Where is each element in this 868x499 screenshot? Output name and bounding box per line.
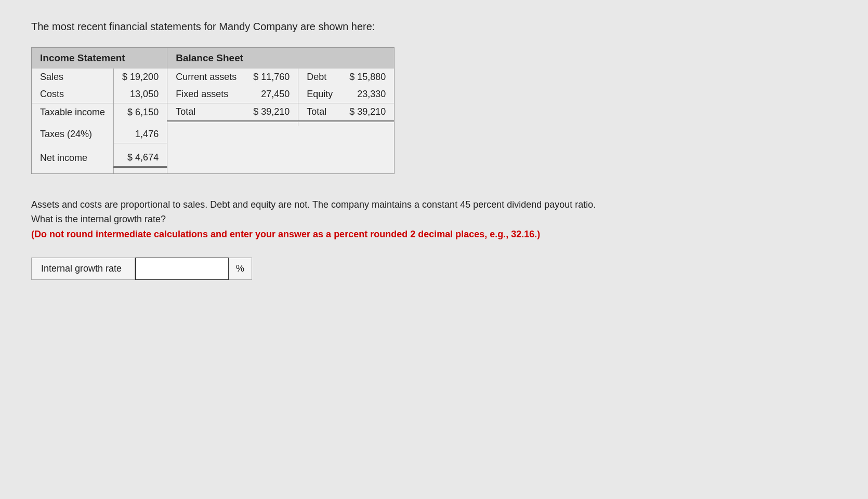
total-liabilities-value: $ 39,210 <box>341 103 394 122</box>
debt-label: Debt <box>298 69 341 86</box>
paragraph: Assets and costs are proportional to sal… <box>31 197 603 242</box>
current-assets-value: $ 11,760 <box>245 69 298 86</box>
intro-text: The most recent financial statements for… <box>31 21 837 33</box>
financial-tables: Income Statement Balance Sheet Sales $ 1… <box>31 47 394 174</box>
current-assets-label: Current assets <box>167 69 245 86</box>
table-row: Costs 13,050 Fixed assets 27,450 Equity … <box>32 86 394 103</box>
table-row: Sales $ 19,200 Current assets $ 11,760 D… <box>32 69 394 86</box>
equity-label: Equity <box>298 86 341 103</box>
net-income-label: Net income <box>32 149 114 167</box>
table-row <box>32 122 394 126</box>
balance-sheet-header: Balance Sheet <box>167 48 394 69</box>
total-assets-label: Total <box>167 103 245 122</box>
taxable-income-value: $ 6,150 <box>114 103 167 122</box>
sales-label: Sales <box>32 69 114 86</box>
internal-growth-rate-label: Internal growth rate <box>31 258 135 280</box>
table-row <box>32 167 394 173</box>
fixed-assets-value: 27,450 <box>245 86 298 103</box>
paragraph-red: (Do not round intermediate calculations … <box>31 229 540 239</box>
costs-value: 13,050 <box>114 86 167 103</box>
table-row: Net income $ 4,674 <box>32 149 394 167</box>
debt-value: $ 15,880 <box>341 69 394 86</box>
sales-value: $ 19,200 <box>114 69 167 86</box>
table-row: Taxable income $ 6,150 Total $ 39,210 To… <box>32 103 394 122</box>
internal-growth-rate-input[interactable] <box>135 258 229 280</box>
total-assets-value: $ 39,210 <box>245 103 298 122</box>
costs-label: Costs <box>32 86 114 103</box>
table-row <box>32 143 394 149</box>
equity-value: 23,330 <box>341 86 394 103</box>
total-liabilities-label: Total <box>298 103 341 122</box>
fixed-assets-label: Fixed assets <box>167 86 245 103</box>
taxes-label: Taxes (24%) <box>32 126 114 143</box>
net-income-value: $ 4,674 <box>114 149 167 167</box>
income-statement-header: Income Statement <box>32 48 167 69</box>
percent-symbol: % <box>229 258 252 280</box>
answer-section: Internal growth rate % <box>31 258 837 280</box>
taxable-income-label: Taxable income <box>32 103 114 122</box>
paragraph-normal: Assets and costs are proportional to sal… <box>31 199 596 225</box>
table-row: Taxes (24%) 1,476 <box>32 126 394 143</box>
taxes-value: 1,476 <box>114 126 167 143</box>
